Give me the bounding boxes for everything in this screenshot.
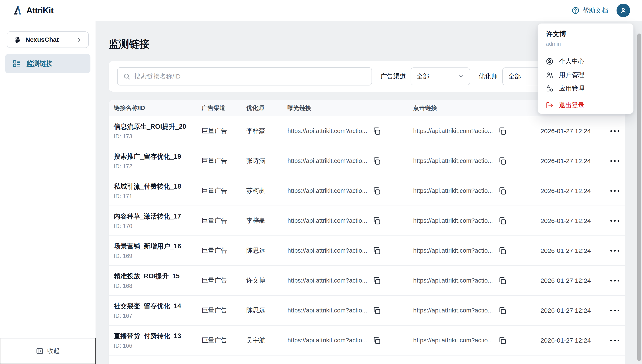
copy-exposure-url-button[interactable] [372,157,381,165]
created-cell: 2026-01-27 12:24 [540,277,605,284]
link-name: 私域引流_付费转化_18 [114,182,202,191]
search-input[interactable] [134,73,366,80]
optimizer-select-value: 全部 [508,72,521,81]
table-row: 明星代言_新增用户_11 巨量广告 刘俊熙 https://api.attrik… [109,356,625,364]
copy-exposure-url-button[interactable] [372,216,381,225]
user-avatar[interactable] [616,4,630,17]
copy-click-url-button[interactable] [498,336,507,345]
link-id: ID: 170 [114,223,202,230]
search-icon [123,73,130,80]
table-row: 私域引流_付费转化_18 ID: 171 巨量广告 苏柯蕤 https://ap… [109,176,625,206]
copy-click-url-button[interactable] [498,187,507,195]
menu-item-logout[interactable]: 退出登录 [538,98,633,112]
created-cell: 2026-01-27 12:24 [540,187,605,194]
click-url-text: https://api.attrikit.com?actio... [413,158,493,164]
col-click-url: 点击链接 [413,104,540,112]
row-actions-button[interactable] [609,338,620,344]
channel-select[interactable]: 全部 [411,68,470,85]
help-icon [571,6,580,14]
chevron-down-icon [458,74,464,79]
top-navbar: AttriKit 帮助文档 [0,0,642,21]
created-cell: 2026-01-27 12:24 [540,158,605,164]
created-cell: 2026-01-27 12:24 [540,247,605,254]
logout-icon [546,102,553,109]
optimizer-cell: 陈思远 [246,246,287,255]
row-actions-button[interactable] [609,128,620,134]
menu-item-user-management[interactable]: 用户管理 [538,68,633,82]
table-row: 内容种草_激活转化_17 ID: 170 巨量广告 李梓豪 https://ap… [109,206,625,236]
row-actions-button[interactable] [609,308,620,314]
col-channel: 广告渠道 [202,104,246,112]
link-name: 内容种草_激活转化_17 [114,212,202,221]
layout-list-icon [12,60,21,68]
sidebar-item-monitor-links[interactable]: 监测链接 [5,54,90,74]
row-actions-button[interactable] [609,158,620,164]
row-actions-button[interactable] [609,248,620,254]
copy-exposure-url-button[interactable] [372,336,381,345]
exposure-url-text: https://api.attrikit.com?actio... [287,247,367,254]
copy-exposure-url-button[interactable] [372,127,381,135]
exposure-url-text: https://api.attrikit.com?actio... [287,307,367,314]
optimizer-cell: 吴宇航 [246,336,287,345]
user-name: 许文博 [546,30,625,39]
exposure-url-text: https://api.attrikit.com?actio... [287,277,367,284]
copy-click-url-button[interactable] [498,246,507,255]
link-name: 信息流原生_ROI提升_20 [114,122,202,131]
created-cell: 2026-01-27 12:24 [540,337,605,344]
collapse-label: 收起 [47,347,60,355]
exposure-url-text: https://api.attrikit.com?actio... [287,158,367,164]
app-switcher-label: NexusChat [26,36,59,43]
help-docs-link[interactable]: 帮助文档 [571,6,608,15]
copy-click-url-button[interactable] [498,306,507,315]
click-url-text: https://api.attrikit.com?actio... [413,307,493,314]
sidebar: NexusChat 监测链接 收起 [0,21,96,364]
copy-exposure-url-button[interactable] [372,187,381,195]
android-robot-icon [13,36,21,44]
exposure-url-text: https://api.attrikit.com?actio... [287,128,367,134]
collapse-sidebar-button[interactable]: 收起 [0,338,96,364]
vertical-scrollbar-thumb[interactable] [637,34,641,361]
created-cell: 2026-01-27 12:24 [540,128,605,135]
copy-exposure-url-button[interactable] [372,246,381,255]
app-switcher-button[interactable]: NexusChat [7,32,89,48]
created-cell: 2026-01-27 12:24 [540,307,605,314]
menu-item-app-management[interactable]: 应用管理 [538,82,633,95]
channel-cell: 巨量广告 [202,127,246,135]
help-label: 帮助文档 [582,6,608,15]
row-actions-button[interactable] [609,188,620,194]
click-url-text: https://api.attrikit.com?actio... [413,187,493,194]
link-id: ID: 172 [114,163,202,170]
chevron-right-icon [76,36,82,43]
copy-exposure-url-button[interactable] [372,306,381,315]
link-id: ID: 169 [114,253,202,260]
click-url-text: https://api.attrikit.com?actio... [413,217,493,224]
exposure-url-text: https://api.attrikit.com?actio... [287,187,367,194]
table-row: 社交裂变_留存优化_14 ID: 167 巨量广告 陈思远 https://ap… [109,296,625,326]
copy-exposure-url-button[interactable] [372,276,381,285]
user-dropdown-menu: 许文博 admin 个人中心 用户管理 [538,23,633,114]
click-url-text: https://api.attrikit.com?actio... [413,337,493,344]
channel-cell: 巨量广告 [202,156,246,165]
link-name: 场景营销_新增用户_16 [114,242,202,251]
click-url-text: https://api.attrikit.com?actio... [413,128,493,134]
row-actions-button[interactable] [609,278,620,284]
row-actions-button[interactable] [609,218,620,224]
exposure-url-text: https://api.attrikit.com?actio... [287,337,367,344]
table-row: 精准投放_ROI提升_15 ID: 168 巨量广告 许文博 https://a… [109,266,625,296]
col-optimizer: 优化师 [246,104,287,112]
table-row: 直播带货_付费转化_13 ID: 166 巨量广告 吴宇航 https://ap… [109,326,625,356]
copy-click-url-button[interactable] [498,216,507,225]
copy-click-url-button[interactable] [498,276,507,285]
table-row: 场景营销_新增用户_16 ID: 169 巨量广告 陈思远 https://ap… [109,236,625,266]
table-row: 信息流原生_ROI提升_20 ID: 173 巨量广告 李梓豪 https://… [109,116,625,146]
channel-cell: 巨量广告 [202,186,246,195]
copy-click-url-button[interactable] [498,157,507,165]
copy-click-url-button[interactable] [498,127,507,135]
channel-cell: 巨量广告 [202,336,246,345]
links-table: 链接名称/ID 广告渠道 优化师 曝光链接 点击链接 创建时间 操作 信息流原生… [109,100,625,364]
optimizer-cell: 许文博 [246,276,287,285]
link-id: ID: 173 [114,133,202,140]
users-icon [546,71,553,79]
link-name: 社交裂变_留存优化_14 [114,302,202,310]
menu-item-profile[interactable]: 个人中心 [538,54,633,68]
